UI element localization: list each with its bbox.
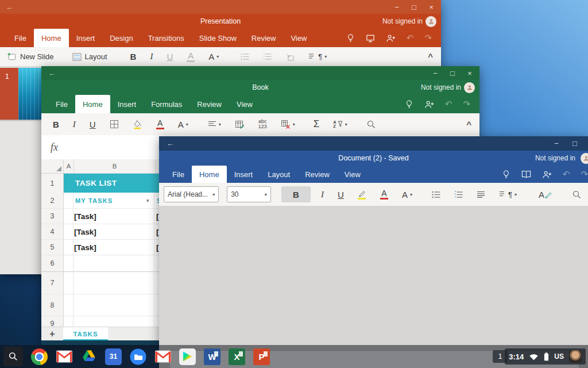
row-header[interactable]: 5 [41,240,64,255]
sort-filter-button[interactable]: AZ▾ [326,120,354,128]
font-size-button[interactable]: A▾ [171,120,195,129]
maximize-button[interactable]: □ [448,69,457,78]
row-header[interactable]: 4 [41,224,64,239]
word-window-strip[interactable]: ← − □ [159,136,588,151]
collapse-ribbon-icon[interactable]: ^ [466,120,479,129]
tab-home[interactable]: Home [192,166,227,183]
find-button[interactable] [566,190,588,199]
row-header[interactable]: 6 [41,255,64,271]
column-header-a[interactable]: A [64,159,74,173]
line-spacing-button[interactable]: ¶▾ [492,190,524,199]
highlight-button[interactable] [351,190,373,200]
italic-button[interactable]: I [314,190,331,200]
present-screen-icon[interactable] [366,34,375,43]
tab-insert[interactable]: Insert [69,29,103,47]
excel-app-icon[interactable]: X [229,348,245,365]
layout-button[interactable]: Layout [65,52,114,61]
tab-review[interactable]: Review [297,166,337,183]
maximize-button[interactable]: □ [571,139,579,148]
system-tray[interactable]: 3:14 US [505,348,586,365]
justify-button[interactable] [470,191,492,198]
slide-thumbnail[interactable]: 1 [0,68,41,120]
styles-button[interactable]: A [532,190,559,200]
sheet-tab-tasks[interactable]: TASKS [63,327,108,341]
new-slide-button[interactable]: New Slide [0,52,61,61]
powerpoint-window-strip[interactable]: ← − □ × [0,0,441,14]
tell-me-lightbulb-icon[interactable] [405,100,413,109]
tab-file[interactable]: File [48,95,75,113]
strikethrough-button[interactable]: A [180,51,202,62]
cells-button[interactable]: ▾ [274,120,302,129]
number-format-button[interactable]: abc123 [252,119,274,129]
collapse-ribbon-icon[interactable]: ^ [428,52,441,62]
underline-button[interactable]: U [331,190,351,200]
tab-home[interactable]: Home [75,95,110,113]
tell-me-lightbulb-icon[interactable] [346,34,355,43]
tab-transitions[interactable]: Transitions [141,29,192,47]
redo-icon[interactable]: ↷ [581,169,588,179]
grow-font-button[interactable]: A▾ [395,190,419,200]
font-size-select[interactable]: 30▾ [227,186,271,202]
account-status[interactable]: Not signed in [382,17,423,25]
tab-design[interactable]: Design [102,29,140,47]
powerpoint-app-icon[interactable]: P [253,348,270,365]
add-sheet-button[interactable]: + [41,329,63,339]
borders-button[interactable] [103,120,126,129]
account-status[interactable]: Not signed in [421,83,461,91]
font-color-button[interactable]: A▾ [202,52,226,62]
mail-icon[interactable] [154,348,171,365]
tab-slideshow[interactable]: Slide Show [192,29,244,47]
font-name-select[interactable]: Arial (Head...▾ [164,186,219,202]
bullets-button[interactable] [425,191,447,198]
tab-review[interactable]: Review [244,29,284,47]
play-store-icon[interactable] [179,348,196,365]
bold-button[interactable]: B [123,52,144,62]
underline-button[interactable]: U [160,52,180,62]
row-header[interactable]: 3 [41,209,64,224]
bold-button[interactable]: B [46,120,66,129]
minimize-button[interactable]: − [393,3,401,12]
tab-view[interactable]: View [229,95,260,113]
account-avatar-icon[interactable] [464,82,475,93]
tab-insert[interactable]: Insert [110,95,144,113]
share-person-add-icon[interactable] [542,170,552,179]
format-as-table-button[interactable] [228,120,252,129]
account-status[interactable]: Not signed in [535,154,575,162]
tab-home[interactable]: Home [34,29,69,47]
gmail-icon[interactable] [56,348,72,365]
word-app-icon[interactable]: W [204,348,220,365]
row-header[interactable]: 2 [41,193,64,208]
maximize-button[interactable]: □ [410,3,418,12]
back-icon[interactable]: ← [159,139,174,148]
close-button[interactable]: × [427,3,435,12]
autosum-button[interactable]: Σ [307,118,327,130]
bullets-button[interactable] [234,53,256,60]
account-avatar-icon[interactable] [581,153,588,164]
back-icon[interactable]: ← [41,69,56,78]
tab-insert[interactable]: Insert [227,166,261,183]
calendar-icon[interactable]: 31 [105,348,122,365]
paragraph-format-button[interactable]: ¶▾ [301,52,334,61]
close-button[interactable]: × [466,69,474,78]
undo-icon[interactable]: ↶ [445,99,452,109]
select-all-corner[interactable] [41,159,64,173]
excel-window-strip[interactable]: ← − □ × [41,66,479,80]
back-icon[interactable]: ← [0,3,13,12]
redo-icon[interactable]: ↷ [463,99,470,109]
font-color-button[interactable]: A [149,119,171,129]
numbering-button[interactable] [256,53,278,60]
share-person-add-icon[interactable] [424,100,434,109]
redo-icon[interactable]: ↷ [424,33,432,43]
tell-me-lightbulb-icon[interactable] [502,170,510,179]
undo-icon[interactable]: ↶ [407,33,414,43]
row-header[interactable]: 8 [41,294,64,316]
minimize-button[interactable]: − [552,139,560,148]
account-avatar-icon[interactable] [425,16,436,27]
tab-file[interactable]: File [165,166,192,183]
chrome-icon[interactable] [31,348,48,365]
filter-dropdown-icon[interactable]: ▾ [146,198,149,204]
undo-icon[interactable]: ↶ [563,169,570,179]
bold-button[interactable]: B [281,186,311,202]
tab-review[interactable]: Review [189,95,229,113]
italic-button[interactable]: I [143,52,160,62]
